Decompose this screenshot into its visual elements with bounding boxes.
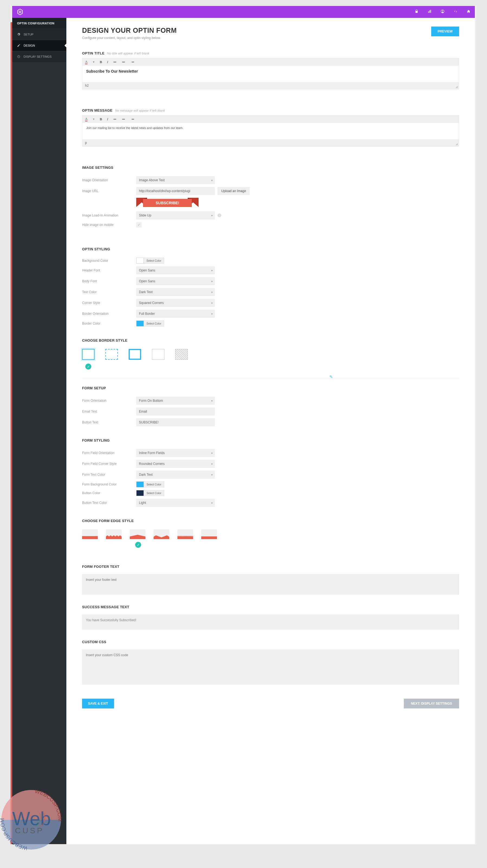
text-color-icon[interactable]: A xyxy=(85,117,88,121)
text-color-icon[interactable]: A xyxy=(85,60,88,64)
custom-css-input[interactable] xyxy=(82,649,459,685)
border-style-hatched[interactable] xyxy=(175,349,188,360)
optin-title-input[interactable]: Subscribe To Our Newsletter xyxy=(82,66,459,82)
edit-section-icon[interactable]: ✎ xyxy=(330,375,334,379)
border-orient-select[interactable]: Full Border xyxy=(136,310,215,318)
image-orientation-label: Image Orientation xyxy=(82,178,136,182)
svg-rect-2 xyxy=(429,10,430,13)
optin-title-tag[interactable]: h2 xyxy=(82,82,459,89)
text-color-label: Text Color xyxy=(82,290,136,294)
form-bg-button[interactable]: Select Color xyxy=(144,482,164,487)
button-text-input[interactable] xyxy=(136,418,215,426)
sidebar-item-display[interactable]: DISPLAY SETTINGS xyxy=(12,51,66,62)
account-icon[interactable] xyxy=(441,9,445,14)
info-icon[interactable]: i xyxy=(218,214,221,217)
footer-text-input[interactable] xyxy=(82,574,459,595)
bg-color-swatch[interactable] xyxy=(136,258,144,264)
optin-message-hint: No message will appear if left blank xyxy=(115,109,165,112)
sidebar-header: OPTIN CONFIGURATION xyxy=(12,18,66,29)
align-left-icon[interactable] xyxy=(113,61,117,63)
preview-button[interactable]: PREVIEW xyxy=(431,27,459,36)
image-url-input[interactable] xyxy=(136,187,215,195)
header-font-label: Header Font xyxy=(82,269,136,272)
selected-check-icon: ✓ xyxy=(135,542,141,548)
edge-style-6[interactable] xyxy=(201,529,217,539)
align-left-icon[interactable] xyxy=(113,118,117,121)
italic-icon[interactable]: I xyxy=(107,60,108,64)
edge-style-5[interactable] xyxy=(177,529,193,539)
header-font-select[interactable]: Open Sans xyxy=(136,266,215,274)
sidebar-item-design[interactable]: DESIGN xyxy=(12,40,66,51)
form-text-color-select[interactable]: Dark Text xyxy=(136,471,215,479)
edge-style-1[interactable] xyxy=(82,529,98,539)
edge-style-3[interactable] xyxy=(130,529,145,539)
btn-color-button[interactable]: Select Color xyxy=(144,490,164,496)
sidebar: OPTIN CONFIGURATION SETUP DESIGN DISPLAY… xyxy=(12,18,66,844)
form-bg-swatch[interactable] xyxy=(136,482,144,487)
success-text-input[interactable]: You have Successfully Subscribed! xyxy=(82,614,459,629)
body-font-select[interactable]: Open Sans xyxy=(136,277,215,285)
dropdown-caret-icon[interactable]: ▼ xyxy=(92,118,95,121)
footer-text-heading: FORM FOOTER TEXT xyxy=(82,565,120,569)
image-animation-select[interactable]: Slide Up xyxy=(136,211,215,219)
align-center-icon[interactable] xyxy=(122,61,125,63)
app-logo-icon[interactable] xyxy=(17,8,24,16)
svg-point-5 xyxy=(442,10,443,12)
import-export-icon[interactable] xyxy=(454,9,457,14)
email-text-input[interactable] xyxy=(136,407,215,415)
bold-icon[interactable]: B xyxy=(100,60,102,64)
hide-image-checkbox[interactable]: ✓ xyxy=(136,222,142,227)
image-animation-label: Image Load-In Animation xyxy=(82,214,136,217)
dropdown-caret-icon[interactable]: ▼ xyxy=(92,61,95,63)
field-orient-select[interactable]: Inline Form Fields xyxy=(136,449,215,457)
top-icon-bar xyxy=(415,9,470,14)
editor-toolbar: A ▼ B I xyxy=(82,116,459,123)
lock-icon[interactable] xyxy=(415,9,419,14)
border-style-thick[interactable] xyxy=(129,349,141,360)
optin-message-input[interactable]: Join our mailing list to receive the lat… xyxy=(82,123,459,139)
btn-text-color-select[interactable]: Light xyxy=(136,499,215,507)
home-icon[interactable] xyxy=(467,9,470,14)
optin-message-label: OPTIN MESSAGE xyxy=(82,108,112,113)
border-style-solid[interactable] xyxy=(82,349,95,360)
bold-icon[interactable]: B xyxy=(100,117,102,121)
field-corner-select[interactable]: Rounded Corners xyxy=(136,460,215,468)
svg-rect-3 xyxy=(430,10,431,13)
text-color-select[interactable]: Dark Text xyxy=(136,288,215,296)
btn-color-swatch[interactable] xyxy=(136,490,144,496)
optin-message-heading: OPTIN MESSAGE No message will appear if … xyxy=(82,108,165,113)
italic-icon[interactable]: I xyxy=(107,117,108,121)
email-text-label: Email Text xyxy=(82,410,136,413)
save-exit-button[interactable]: SAVE & EXIT xyxy=(82,699,114,708)
optin-title-label: OPTIN TITLE xyxy=(82,51,104,55)
sidebar-item-setup[interactable]: SETUP xyxy=(12,29,66,40)
border-style-thin[interactable] xyxy=(152,349,164,360)
image-orientation-select[interactable]: Image Above Text xyxy=(136,176,215,184)
edge-style-4[interactable] xyxy=(154,529,169,539)
optin-message-tag[interactable]: p xyxy=(82,139,459,146)
border-color-swatch[interactable] xyxy=(136,320,144,327)
body-font-label: Body Font xyxy=(82,279,136,283)
form-text-color-label: Form Text Color xyxy=(82,473,136,476)
border-color-button[interactable]: Select Color xyxy=(144,320,164,327)
edge-style-2[interactable] xyxy=(106,529,122,539)
bg-color-button[interactable]: Select Color xyxy=(144,258,164,264)
form-styling-heading: FORM STYLING xyxy=(82,438,110,442)
align-right-icon[interactable] xyxy=(130,61,134,63)
upload-image-button[interactable]: Upload an Image xyxy=(218,187,250,195)
form-setup-heading: FORM SETUP xyxy=(82,386,106,390)
corner-style-label: Corner Style xyxy=(82,301,136,305)
next-display-button[interactable]: NEXT: DISPLAY SETTINGS xyxy=(404,699,459,708)
form-orient-select[interactable]: Form On Bottom xyxy=(136,397,215,405)
svg-text:SUBSCRIBE!: SUBSCRIBE! xyxy=(156,201,179,205)
field-orient-label: Form Field Orientation xyxy=(82,451,136,455)
align-right-icon[interactable] xyxy=(130,118,134,121)
stats-icon[interactable] xyxy=(428,9,431,14)
form-bg-label: Form Background Color xyxy=(82,483,136,486)
sidebar-item-label: DISPLAY SETTINGS xyxy=(24,55,52,58)
corner-style-select[interactable]: Squared Corners xyxy=(136,299,215,307)
subscribe-ribbon-image: SUBSCRIBE! xyxy=(136,198,459,209)
align-center-icon[interactable] xyxy=(122,118,125,121)
border-style-dashed[interactable] xyxy=(105,349,118,360)
top-bar xyxy=(12,6,475,18)
